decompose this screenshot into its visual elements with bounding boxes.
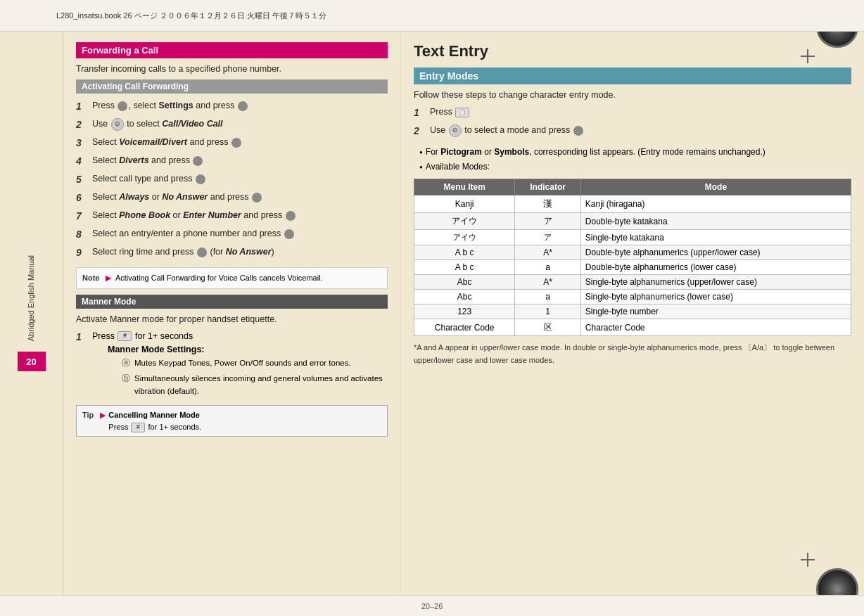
step-4: 4 Select Diverts and press	[76, 154, 388, 169]
table-row: A b c a Double-byte alphanumerics (lower…	[414, 260, 851, 275]
tip-box: Tip ▶ Cancelling Manner Mode Press # for…	[76, 405, 388, 437]
menu-item-abc-single-lower: Abc	[414, 290, 515, 304]
sidebar-label: Abridged English Manual	[26, 255, 37, 341]
manner-mode-title: Manner Mode	[76, 295, 388, 309]
mode-katakana-single: Single-byte katakana	[580, 230, 851, 245]
note-label: Note	[82, 274, 99, 282]
page-number: 20	[18, 352, 46, 371]
table-row: 123 1 Single-byte number	[414, 304, 851, 319]
indicator-abc-single-lower: a	[515, 290, 580, 304]
mode-abc-double-upper: Double-byte alphanumerics (upper/lower c…	[580, 245, 851, 260]
indicator-katakana-single: ア	[515, 230, 580, 245]
mode-table: Menu Item Indicator Mode Kanji 漢 Kanji (…	[414, 179, 851, 336]
menu-item-kanji: Kanji	[414, 195, 515, 213]
table-row: Kanji 漢 Kanji (hiragana)	[414, 195, 851, 213]
tip-line1: Cancelling Manner Mode	[108, 409, 201, 421]
hash-key-icon-2: #	[131, 423, 145, 432]
circle-button-icon	[286, 211, 296, 221]
manner-sub-b: ⓑ Simultaneously silences incoming and g…	[122, 372, 388, 398]
mode-abc-double-lower: Double-byte alphanumerics (lower case)	[580, 260, 851, 275]
menu-key-icon: 📋	[455, 108, 469, 117]
mode-katakana-double: Double-byte katakana	[580, 213, 851, 230]
forwarding-section-title: Forwarding a Call	[76, 42, 388, 58]
circle-button-icon	[252, 193, 262, 203]
tip-label: Tip	[82, 409, 94, 421]
menu-item-abc-double-lower: A b c	[414, 260, 515, 275]
mode-abc-single-lower: Single-byte alphanumerics (lower case)	[580, 290, 851, 304]
entry-mode-bullets: For Pictogram or Symbols, corresponding …	[414, 146, 851, 173]
mode-abc-single-upper: Single-byte alphanumerics (upper/lower c…	[580, 275, 851, 290]
menu-item-abc-single-upper: Abc	[414, 275, 515, 290]
bullet-2: Available Modes:	[419, 160, 851, 173]
mode-123: Single-byte number	[580, 304, 851, 319]
table-header-indicator: Indicator	[515, 179, 580, 195]
mode-charcode: Character Code	[580, 319, 851, 336]
page-footer: 20–26	[421, 602, 443, 610]
note-arrow: ▶	[106, 274, 111, 282]
indicator-123: 1	[515, 304, 580, 319]
left-column: Forwarding a Call Transfer incoming call…	[63, 32, 401, 595]
step-6: 6 Select Always or No Answer and press	[76, 191, 388, 205]
circle-button-icon	[117, 101, 127, 111]
header-text: L280_insatsu.book 26 ページ ２００６年１２月２６日 火曜日…	[56, 11, 326, 21]
indicator-abc-single-upper: A*	[515, 275, 580, 290]
table-row: A b c A* Double-byte alphanumerics (uppe…	[414, 245, 851, 260]
indicator-abc-double-lower: a	[515, 260, 580, 275]
right-column: Text Entry Entry Modes Follow these step…	[401, 32, 864, 595]
step-9: 9 Select ring time and press (for No Ans…	[76, 245, 388, 260]
step-7: 7 Select Phone Book or Enter Number and …	[76, 209, 388, 224]
sidebar: Abridged English Manual 20	[0, 32, 63, 595]
manner-settings-title: Manner Mode Settings:	[108, 342, 388, 357]
circle-button-icon	[238, 101, 248, 111]
circle-button-icon	[196, 174, 205, 184]
manner-sub-a-text: Mutes Keypad Tones, Power On/Off sounds …	[134, 357, 351, 369]
step-2: 2 Use ⊙ to select Call/Video Call	[76, 117, 388, 132]
manner-step1-text: Press # for 1+ seconds	[92, 331, 193, 341]
tip-arrow: ▶	[100, 409, 106, 421]
nav-icon: ⊙	[111, 118, 124, 131]
circle-button-icon	[193, 156, 203, 166]
forwarding-subtitle: Transfer incoming calls to a specified p…	[76, 64, 388, 74]
main-content: Forwarding a Call Transfer incoming call…	[63, 32, 864, 595]
manner-mode-settings: Manner Mode Settings: ⓐ Mutes Keypad Ton…	[108, 342, 388, 397]
forwarding-steps: 1 Press , select Settings and press 2 Us…	[76, 99, 388, 260]
indicator-katakana-double: ア	[515, 213, 580, 230]
manner-sub-b-text: Simultaneously silences incoming and gen…	[134, 372, 388, 398]
entry-modes-header: Entry Modes	[414, 68, 851, 84]
menu-item-123: 123	[414, 304, 515, 319]
note-text: Activating Call Forwarding for Voice Cal…	[115, 274, 323, 282]
menu-item-katakana-single: アイウ	[414, 230, 515, 245]
manner-mode-subtitle: Activate Manner mode for proper handset …	[76, 314, 388, 324]
hash-key-icon: #	[117, 331, 132, 341]
step-5: 5 Select call type and press	[76, 172, 388, 187]
indicator-abc-double-upper: A*	[515, 245, 580, 260]
table-row: Abc a Single-byte alphanumerics (lower c…	[414, 290, 851, 304]
activating-subsection-title: Activating Call Forwarding	[76, 79, 388, 94]
step-8: 8 Select an entry/enter a phone number a…	[76, 227, 388, 242]
step-3: 3 Select Voicemail/Divert and press	[76, 136, 388, 150]
header-bar: L280_insatsu.book 26 ページ ２００６年１２月２６日 火曜日…	[0, 0, 864, 32]
table-row: Abc A* Single-byte alphanumerics (upper/…	[414, 275, 851, 290]
text-entry-title: Text Entry	[414, 42, 851, 60]
circle-button-icon	[231, 138, 241, 148]
table-header-mode: Mode	[580, 179, 851, 195]
tip-line2: Press # for 1+ seconds.	[108, 421, 201, 433]
entry-mode-steps: 1 Press 📋 2 Use ⊙ to select a mode and p…	[414, 105, 851, 139]
footer-note: *A and A appear in upper/lower case mode…	[414, 342, 851, 366]
menu-item-abc-double-upper: A b c	[414, 245, 515, 260]
indicator-kanji: 漢	[515, 195, 580, 213]
circle-button-icon-3	[573, 126, 583, 136]
bottom-bar: 20–26	[0, 595, 864, 616]
entry-step-2: 2 Use ⊙ to select a mode and press	[414, 124, 851, 139]
table-row: アイウ ア Double-byte katakana	[414, 213, 851, 230]
note-box: Note ▶ Activating Call Forwarding for Vo…	[76, 267, 388, 289]
entry-step-1: 1 Press 📋	[414, 105, 851, 120]
manner-sub-a: ⓐ Mutes Keypad Tones, Power On/Off sound…	[122, 357, 388, 369]
table-row: アイウ ア Single-byte katakana	[414, 230, 851, 245]
step-1: 1 Press , select Settings and press	[76, 99, 388, 114]
bullet-1: For Pictogram or Symbols, corresponding …	[419, 146, 851, 158]
table-row: Character Code 区 Character Code	[414, 319, 851, 336]
menu-item-charcode: Character Code	[414, 319, 515, 336]
circle-button-icon	[197, 248, 207, 257]
nav-icon-2: ⊙	[449, 124, 462, 137]
